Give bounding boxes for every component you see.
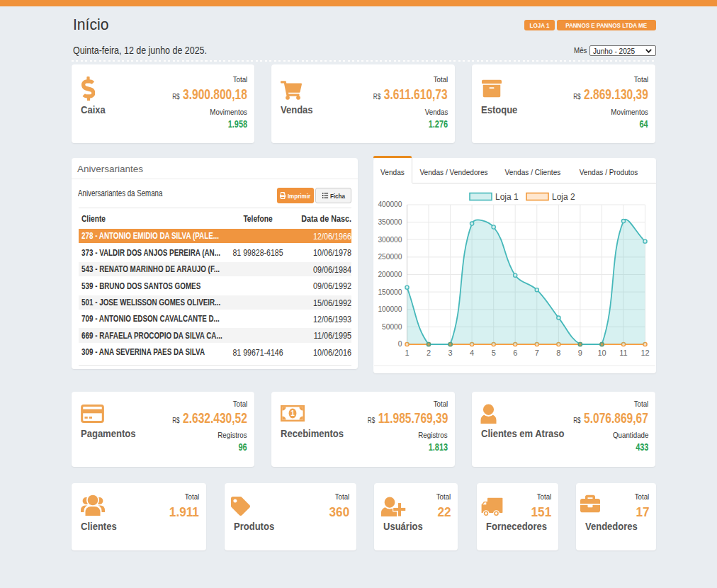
svg-text:1: 1 [405, 349, 409, 357]
svg-text:2: 2 [427, 349, 431, 357]
svg-text:200000: 200000 [378, 270, 402, 278]
svg-text:5: 5 [492, 349, 496, 357]
svg-text:150000: 150000 [378, 287, 402, 295]
svg-text:Loja 1: Loja 1 [495, 192, 519, 202]
svg-text:350000: 350000 [378, 217, 402, 226]
svg-text:50000: 50000 [382, 322, 402, 331]
svg-text:1: 1 [290, 409, 295, 417]
svg-text:8: 8 [556, 349, 560, 357]
svg-text:250000: 250000 [378, 252, 402, 261]
svg-text:4: 4 [470, 349, 474, 357]
svg-text:3: 3 [448, 349, 453, 357]
svg-text:Loja 2: Loja 2 [552, 192, 575, 202]
svg-text:10: 10 [597, 349, 606, 357]
svg-text:0: 0 [398, 339, 402, 348]
svg-text:6: 6 [513, 349, 517, 357]
svg-text:12: 12 [640, 349, 649, 357]
svg-text:300000: 300000 [378, 234, 402, 243]
svg-text:11: 11 [619, 349, 627, 357]
svg-text:7: 7 [535, 349, 539, 357]
svg-text:100000: 100000 [378, 305, 402, 313]
svg-text:400000: 400000 [378, 200, 402, 208]
svg-text:9: 9 [578, 349, 582, 357]
